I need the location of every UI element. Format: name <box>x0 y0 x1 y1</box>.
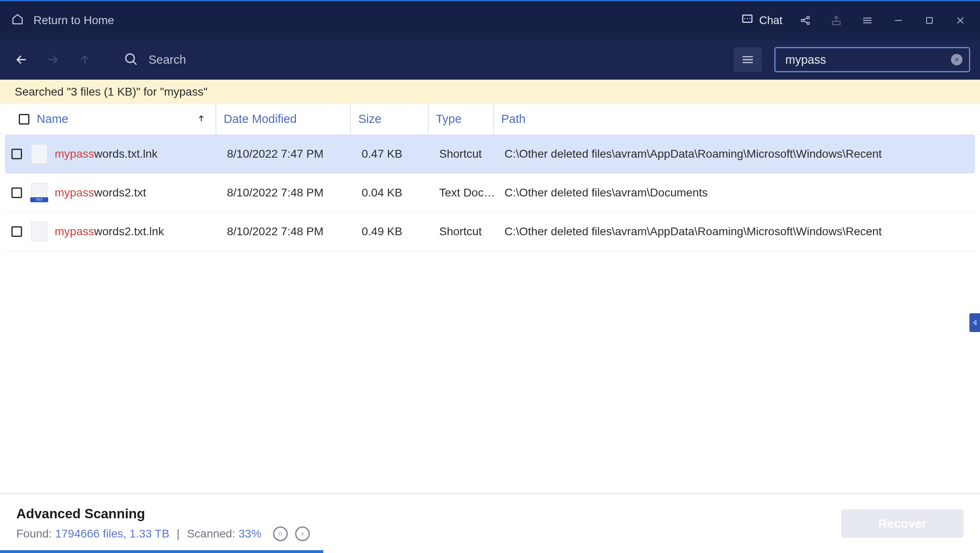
column-header-type[interactable]: Type <box>428 104 493 134</box>
svg-rect-4 <box>833 21 840 25</box>
column-header-size[interactable]: Size <box>350 104 428 134</box>
search-match-highlight: mypass <box>55 147 94 160</box>
search-match-highlight: mypass <box>55 186 94 199</box>
recover-button[interactable]: Recover <box>841 509 964 538</box>
filename: mypasswords.txt.lnk <box>55 147 220 161</box>
stop-scan-button[interactable] <box>273 526 288 541</box>
chat-button[interactable]: Chat <box>741 13 782 28</box>
search-result-text: Searched "3 files (1 KB)" for "mypass" <box>15 85 207 98</box>
arrow-up-icon <box>78 53 91 66</box>
search-input[interactable] <box>785 53 946 67</box>
filter-button[interactable] <box>733 47 762 72</box>
arrow-right-icon <box>46 53 60 67</box>
row-checkbox[interactable] <box>11 187 22 198</box>
filename: mypasswords2.txt <box>55 186 220 199</box>
svg-rect-7 <box>279 533 282 535</box>
nav-forward-button[interactable] <box>43 50 63 69</box>
hamburger-icon <box>862 15 873 26</box>
minimize-icon <box>893 15 904 26</box>
scan-stats: Found: 1794666 files, 1.33 TB | Scanned:… <box>16 526 310 541</box>
maximize-icon <box>924 16 934 25</box>
column-name-label: Name <box>37 112 68 126</box>
search-result-info: Searched "3 files (1 KB)" for "mypass" <box>0 80 980 104</box>
triangle-left-icon <box>971 319 978 326</box>
file-path: C:\Other deleted files\avram\AppData\Roa… <box>497 147 975 161</box>
scanned-label: Scanned: <box>187 527 235 540</box>
arrow-left-icon <box>14 53 28 67</box>
file-icon <box>31 222 47 241</box>
export-button[interactable] <box>828 12 844 29</box>
file-type: Shortcut <box>432 147 497 161</box>
menu-button[interactable] <box>859 12 876 29</box>
table-row[interactable]: mypasswords2.txt.lnk8/10/2022 7:48 PM0.4… <box>5 212 975 251</box>
file-icon <box>31 144 47 164</box>
found-value: 1794666 files, 1.33 TB <box>55 527 169 540</box>
share-icon <box>800 15 811 26</box>
column-header-path[interactable]: Path <box>493 104 980 134</box>
x-icon <box>954 57 960 62</box>
chat-icon <box>741 13 753 28</box>
search-label: Search <box>149 53 186 67</box>
search-box[interactable] <box>774 47 970 72</box>
return-home-button[interactable]: Return to Home <box>11 13 114 28</box>
date-modified: 8/10/2022 7:47 PM <box>220 147 354 161</box>
file-type: Text Docu... <box>432 186 497 199</box>
date-modified: 8/10/2022 7:48 PM <box>220 225 354 238</box>
file-size: 0.49 KB <box>354 225 432 238</box>
table-row[interactable]: mypasswords.txt.lnk8/10/2022 7:47 PM0.47… <box>5 135 975 174</box>
date-modified: 8/10/2022 7:48 PM <box>220 186 354 199</box>
side-panel-toggle[interactable] <box>969 313 980 332</box>
export-icon <box>831 15 842 26</box>
toolbar: Search <box>0 40 980 80</box>
file-type: Shortcut <box>432 225 497 238</box>
return-home-label: Return to Home <box>33 14 114 27</box>
table-header: Name Date Modified Size Type Path <box>0 104 980 135</box>
filename: mypasswords2.txt.lnk <box>55 225 220 238</box>
results-list: mypasswords.txt.lnk8/10/2022 7:47 PM0.47… <box>0 135 980 493</box>
scan-progress-bar <box>0 550 323 553</box>
txt-file-icon <box>31 183 47 203</box>
pause-icon <box>300 531 305 537</box>
row-checkbox[interactable] <box>11 226 22 237</box>
stop-icon <box>278 531 283 536</box>
row-checkbox[interactable] <box>11 149 22 159</box>
sort-asc-icon <box>197 113 206 126</box>
table-row[interactable]: mypasswords2.txt8/10/2022 7:48 PM0.04 KB… <box>5 174 975 212</box>
pause-scan-button[interactable] <box>295 526 310 541</box>
window-minimize-button[interactable] <box>890 12 907 29</box>
window-maximize-button[interactable] <box>921 12 938 29</box>
nav-up-button[interactable] <box>75 50 95 69</box>
scan-title: Advanced Scanning <box>16 506 310 522</box>
file-size: 0.47 KB <box>354 147 432 161</box>
home-icon <box>11 13 24 28</box>
list-icon <box>741 53 755 67</box>
scanned-value: 33% <box>238 527 261 540</box>
search-area: Search <box>123 51 186 68</box>
close-icon <box>955 15 966 26</box>
recover-label: Recover <box>878 517 927 531</box>
file-size: 0.04 KB <box>354 186 432 199</box>
column-header-date[interactable]: Date Modified <box>216 104 350 134</box>
clear-search-button[interactable] <box>951 54 962 65</box>
window-close-button[interactable] <box>952 12 969 29</box>
select-all-checkbox[interactable] <box>19 114 29 125</box>
search-icon <box>123 51 138 68</box>
titlebar: Return to Home Chat <box>0 1 980 40</box>
footer: Advanced Scanning Found: 1794666 files, … <box>0 493 980 553</box>
file-path: C:\Other deleted files\avram\AppData\Roa… <box>497 225 975 238</box>
file-path: C:\Other deleted files\avram\Documents <box>497 186 975 199</box>
column-header-name[interactable]: Name <box>11 104 216 134</box>
svg-rect-5 <box>927 18 932 23</box>
search-match-highlight: mypass <box>55 225 94 238</box>
stats-divider: | <box>177 527 180 540</box>
share-button[interactable] <box>797 12 813 29</box>
chat-label: Chat <box>759 14 782 27</box>
nav-back-button[interactable] <box>11 50 31 69</box>
found-label: Found: <box>16 527 52 540</box>
